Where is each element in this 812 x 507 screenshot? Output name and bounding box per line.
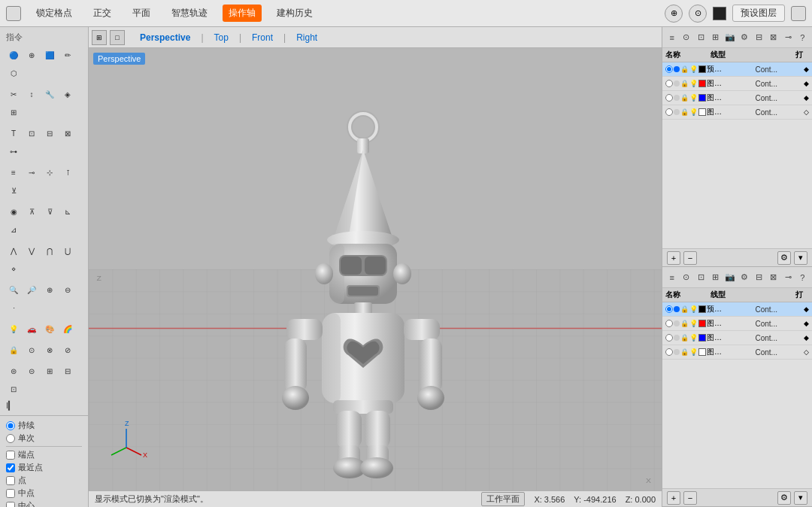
tool-44[interactable]: ⊜ bbox=[5, 362, 23, 380]
layer-radio-3-bot[interactable] bbox=[665, 348, 673, 356]
vp-single-icon[interactable]: □ bbox=[110, 30, 125, 45]
tool-27[interactable]: ⋁ bbox=[23, 241, 41, 260]
rs-b-icon-7[interactable]: ⊟ bbox=[753, 271, 765, 284]
tool-8[interactable]: 🔧 bbox=[41, 85, 59, 103]
layer-row-1-top[interactable]: 🔒 💡 图… Cont... ◆ bbox=[662, 77, 812, 91]
snap-radio-once[interactable] bbox=[6, 434, 15, 443]
settings-btn-top[interactable]: ⚙ bbox=[777, 251, 791, 265]
rs-b-icon-2[interactable]: ⊙ bbox=[680, 271, 692, 284]
snap-center[interactable]: 中心 bbox=[3, 499, 85, 507]
layer-color-3-top[interactable] bbox=[698, 108, 706, 116]
rs-b-icon-6[interactable]: ⚙ bbox=[738, 271, 750, 284]
rs-b-icon-4[interactable]: ⊞ bbox=[709, 271, 722, 284]
snap-mode-once[interactable]: 单次 bbox=[3, 432, 85, 445]
layer-row-2-top[interactable]: 🔒 💡 图… Cont... ◆ bbox=[662, 91, 812, 105]
layer-color-1-bot[interactable] bbox=[698, 320, 706, 327]
snap-midpoint[interactable]: 中点 bbox=[3, 487, 85, 499]
snap-radio-continuous[interactable] bbox=[6, 421, 15, 430]
tool-6[interactable]: ✂ bbox=[5, 85, 23, 103]
settings-btn-bot[interactable]: ⚙ bbox=[777, 491, 791, 505]
tool-15[interactable]: ⊶ bbox=[5, 142, 23, 160]
snap-check-nearest[interactable] bbox=[6, 463, 15, 472]
viewport-main[interactable]: Perspective X Z bbox=[89, 48, 662, 490]
tool-24[interactable]: ⊾ bbox=[59, 202, 77, 220]
layer-radio-2-top[interactable] bbox=[665, 94, 673, 102]
snap-mode-continuous[interactable]: 持续 bbox=[3, 419, 85, 432]
rs-b-icon-9[interactable]: ⊸ bbox=[781, 271, 794, 284]
tool-21[interactable]: ◉ bbox=[5, 202, 23, 220]
tool-25[interactable]: ⊿ bbox=[5, 220, 23, 238]
build-history-btn[interactable]: 建构历史 bbox=[271, 5, 319, 22]
rs-b-icon-8[interactable]: ⊠ bbox=[767, 271, 780, 284]
vp-grid-icon[interactable]: ⊞ bbox=[92, 30, 107, 45]
tool-34[interactable]: ⊖ bbox=[59, 281, 77, 299]
tool-47[interactable]: ⊟ bbox=[59, 362, 77, 380]
smart-track-btn[interactable]: 智慧轨迹 bbox=[165, 5, 214, 22]
mac-window-btn[interactable] bbox=[6, 6, 21, 21]
tool-45[interactable]: ⊝ bbox=[23, 362, 41, 380]
tab-front[interactable]: Front bbox=[246, 31, 279, 44]
tool-41[interactable]: ⊙ bbox=[23, 341, 41, 359]
rs-icon-5[interactable]: 📷 bbox=[723, 31, 736, 44]
tool-42[interactable]: ⊗ bbox=[41, 341, 59, 359]
tool-38[interactable]: 🎨 bbox=[41, 320, 59, 338]
tool-36[interactable]: 💡 bbox=[5, 320, 23, 338]
tool-26[interactable]: ⋀ bbox=[5, 241, 23, 260]
tool-11[interactable]: T bbox=[5, 124, 23, 142]
layer-radio-1-top[interactable] bbox=[665, 80, 673, 87]
layer-radio-0-bot[interactable] bbox=[665, 305, 673, 313]
remove-layer-btn-bot[interactable]: − bbox=[683, 491, 697, 505]
circle-btn-2[interactable]: ⊙ bbox=[689, 5, 707, 23]
rs-icon-7[interactable]: ⊟ bbox=[753, 31, 765, 44]
tab-top[interactable]: Top bbox=[208, 31, 235, 44]
tool-16[interactable]: ≡ bbox=[5, 163, 23, 181]
circle-btn-1[interactable]: ⊕ bbox=[665, 5, 683, 23]
layer-row-3-top[interactable]: 🔒 💡 图… Cont... ◇ bbox=[662, 105, 812, 120]
tool-4[interactable]: ✏ bbox=[59, 46, 77, 64]
layer-color-1-top[interactable] bbox=[698, 80, 706, 87]
rs-icon-4[interactable]: ⊞ bbox=[709, 31, 722, 44]
rs-icon-10[interactable]: ? bbox=[796, 31, 809, 44]
tool-20[interactable]: ⊻ bbox=[5, 181, 23, 199]
layer-row-1-bot[interactable]: 🔒 💡 图… Cont... ◆ bbox=[662, 317, 812, 331]
snap-check-endpoint[interactable] bbox=[6, 451, 15, 460]
rs-icon-3[interactable]: ⊡ bbox=[695, 31, 707, 44]
snap-point[interactable]: 点 bbox=[3, 474, 85, 487]
tool-19[interactable]: ⊺ bbox=[59, 163, 77, 181]
tab-right[interactable]: Right bbox=[290, 31, 323, 44]
snap-check-center[interactable] bbox=[6, 502, 15, 508]
plane-btn[interactable]: 平面 bbox=[126, 5, 156, 22]
layer-row-2-bot[interactable]: 🔒 💡 图… Cont... ◆ bbox=[662, 331, 812, 345]
expand-btn-top[interactable]: ▾ bbox=[794, 251, 807, 265]
layer-color-2-top[interactable] bbox=[698, 94, 706, 102]
tool-9[interactable]: ◈ bbox=[59, 85, 77, 103]
snap-check-point[interactable] bbox=[6, 476, 15, 485]
tool-30[interactable]: ⋄ bbox=[5, 260, 23, 278]
tool-7[interactable]: ↕ bbox=[23, 85, 41, 103]
layer-row-0-bot[interactable]: 🔒 💡 预… Cont... ◆ bbox=[662, 302, 812, 317]
layer-radio-0-top[interactable] bbox=[665, 65, 673, 73]
remove-layer-btn-top[interactable]: − bbox=[683, 251, 697, 265]
snap-check-midpoint[interactable] bbox=[6, 489, 15, 498]
layer-row-0-top[interactable]: 🔒 💡 预… Cont... ◆ bbox=[662, 62, 812, 77]
tool-1[interactable]: 🔵 bbox=[5, 46, 23, 64]
tool-35[interactable]: ⋅ bbox=[5, 299, 23, 317]
layer-color-2-bot[interactable] bbox=[698, 334, 706, 342]
add-layer-btn-top[interactable]: + bbox=[667, 251, 680, 265]
tool-23[interactable]: ⊽ bbox=[41, 202, 59, 220]
snap-grid-btn[interactable]: 锁定格点 bbox=[30, 5, 78, 22]
tool-37[interactable]: 🚗 bbox=[23, 320, 41, 338]
mac-btn-2[interactable] bbox=[791, 6, 806, 21]
snap-endpoint[interactable]: 端点 bbox=[3, 448, 85, 461]
color-swatch[interactable] bbox=[713, 7, 726, 20]
tool-14[interactable]: ⊠ bbox=[59, 124, 77, 142]
layer-row-3-bot[interactable]: 🔒 💡 图… Cont... ◇ bbox=[662, 345, 812, 360]
rs-b-icon-5[interactable]: 📷 bbox=[723, 271, 736, 284]
expand-btn-bot[interactable]: ▾ bbox=[794, 491, 807, 505]
tool-28[interactable]: ⋂ bbox=[41, 241, 59, 260]
tool-32[interactable]: 🔎 bbox=[23, 281, 41, 299]
layer-color-3-bot[interactable] bbox=[698, 348, 706, 356]
rs-icon-2[interactable]: ⊙ bbox=[680, 31, 692, 44]
tab-perspective[interactable]: Perspective bbox=[134, 31, 196, 44]
tool-46[interactable]: ⊞ bbox=[41, 362, 59, 380]
